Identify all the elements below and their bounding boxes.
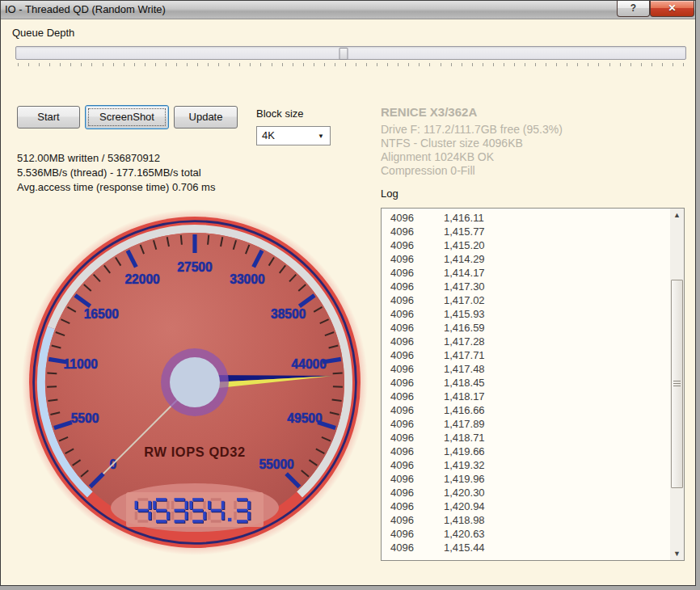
status-line-access: Avg.access time (response time) 0.706 ms: [17, 180, 215, 195]
log-row[interactable]: 40961,415.77: [382, 225, 670, 239]
svg-text:38500: 38500: [271, 307, 306, 321]
log-label: Log: [381, 188, 398, 200]
svg-text:33000: 33000: [230, 272, 265, 286]
scroll-down-icon[interactable]: ▼: [670, 547, 684, 560]
log-row[interactable]: 40961,415.44: [382, 542, 670, 555]
drive-model: RENICE X3/362A: [381, 105, 477, 119]
close-icon: ✕: [668, 2, 676, 14]
help-icon: ?: [630, 2, 636, 14]
slider-thumb[interactable]: [339, 48, 348, 60]
drive-info-line: NTFS - Cluster size 4096KB: [381, 137, 563, 150]
status-line-written: 512.00MB written / 536870912: [17, 151, 215, 166]
log-row[interactable]: 40961,419.32: [382, 459, 670, 473]
drive-info-line: Drive F: 117.2/111.7GB free (95.3%): [381, 123, 563, 137]
close-button[interactable]: ✕: [650, 1, 694, 17]
log-row[interactable]: 40961,419.66: [382, 445, 670, 459]
svg-text:11000: 11000: [64, 357, 99, 371]
block-size-select[interactable]: 4K ▼: [256, 126, 331, 145]
svg-text:5500: 5500: [71, 411, 99, 425]
log-row[interactable]: 40961,417.71: [382, 349, 670, 363]
svg-text:44000: 44000: [292, 357, 327, 371]
chevron-down-icon: ▼: [318, 133, 324, 140]
svg-text:49500: 49500: [287, 411, 323, 425]
log-row[interactable]: 40961,416.59: [382, 322, 670, 335]
iops-gauge: 0550011000165002200027500330003850044000…: [17, 204, 373, 560]
drive-info-line: Compression 0-Fill: [381, 164, 563, 178]
update-button[interactable]: Update: [174, 106, 238, 129]
svg-text:RW IOPS QD32: RW IOPS QD32: [144, 445, 245, 459]
status-text: 512.00MB written / 536870912 5.536MB/s (…: [17, 151, 215, 195]
drive-info: Drive F: 117.2/111.7GB free (95.3%) NTFS…: [381, 123, 563, 178]
window: IO - Threaded QD (Random Write) ? ✕ Queu…: [0, 0, 700, 590]
log-row[interactable]: 40961,417.48: [382, 363, 670, 377]
log-row[interactable]: 40961,415.20: [382, 239, 670, 253]
log-row[interactable]: 40961,417.02: [382, 294, 670, 308]
help-button[interactable]: ?: [617, 1, 650, 17]
log-scrollbar[interactable]: ▲ ▼: [670, 209, 684, 560]
block-size-value: 4K: [262, 129, 275, 141]
log-row[interactable]: 40961,419.96: [382, 473, 670, 487]
log-row[interactable]: 40961,420.94: [382, 500, 670, 514]
block-size-label: Block size: [256, 107, 304, 120]
scrollbar-thumb[interactable]: [671, 280, 683, 488]
log-rows: 40961,416.1140961,415.7740961,415.204096…: [382, 212, 670, 555]
log-row[interactable]: 40961,414.17: [382, 267, 670, 280]
scroll-up-icon[interactable]: ▲: [670, 209, 684, 221]
log-row[interactable]: 40961,417.30: [382, 280, 670, 294]
screenshot-button[interactable]: ScreenShot: [85, 105, 169, 129]
dialog-frame: IO - Threaded QD (Random Write) ? ✕ Queu…: [0, 0, 696, 586]
log-row[interactable]: 40961,414.29: [382, 253, 670, 267]
svg-text:27500: 27500: [177, 260, 213, 274]
status-line-speed: 5.536MB/s (thread) - 177.165MB/s total: [17, 166, 215, 180]
svg-text:22000: 22000: [124, 272, 160, 286]
title-bar[interactable]: IO - Threaded QD (Random Write) ? ✕: [1, 1, 695, 19]
log-row[interactable]: 40961,418.45: [382, 377, 670, 390]
log-row[interactable]: 40961,418.17: [382, 390, 670, 404]
svg-text:55000: 55000: [259, 457, 294, 471]
queue-depth-slider[interactable]: [15, 46, 686, 60]
drive-info-line: Alignment 1024KB OK: [381, 150, 563, 164]
log-row[interactable]: 40961,416.11: [382, 212, 670, 225]
svg-text:16500: 16500: [84, 307, 120, 321]
slider-tick-marks: [18, 63, 684, 67]
log-row[interactable]: 40961,420.30: [382, 487, 670, 500]
window-title: IO - Threaded QD (Random Write): [5, 3, 166, 15]
log-row[interactable]: 40961,418.98: [382, 514, 670, 528]
start-button[interactable]: Start: [17, 106, 80, 129]
log-row[interactable]: 40961,418.71: [382, 432, 670, 445]
log-row[interactable]: 40961,420.63: [382, 528, 670, 542]
log-row[interactable]: 40961,417.28: [382, 335, 670, 349]
log-row[interactable]: 40961,415.93: [382, 308, 670, 322]
log-row[interactable]: 40961,416.66: [382, 404, 670, 418]
queue-depth-label: Queue Depth: [12, 27, 74, 39]
log-row[interactable]: 40961,417.89: [382, 418, 670, 432]
log-listbox[interactable]: 40961,416.1140961,415.7740961,415.204096…: [381, 208, 685, 561]
